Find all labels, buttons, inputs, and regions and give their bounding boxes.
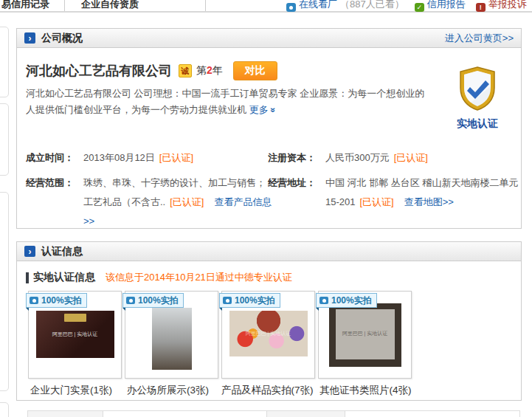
capital-label: 注册资本： xyxy=(268,148,325,168)
address-value: 中国 河北 邯郸 丛台区 稽山新天地南楼二单元 15-201[已认证]查看地图>… xyxy=(325,173,519,212)
report-complaint-icon: ! xyxy=(476,3,486,12)
tab-company-qualification[interactable]: 企业自传资质 xyxy=(81,0,205,11)
left-rail-box xyxy=(0,402,9,417)
onsite-cert-label: 实地认证 xyxy=(446,117,508,131)
company-overview-section: › 公司概况 进入公司黄页>> 河北如心工艺品有限公司 诚 第2年 对比 河北如… xyxy=(16,28,522,229)
certification-section: › 认证信息 实地认证信息 该信息于2014年10月21日通过中德专业认证 10… xyxy=(16,241,522,401)
cert-date-note: 该信息于2014年10月21日通过中德专业认证 xyxy=(106,271,292,284)
camera-icon xyxy=(30,297,38,304)
business-scope-label: 经营范围： xyxy=(26,173,83,231)
tab-credit-record-label: 易信用记录 xyxy=(1,0,49,11)
products-photo: 阿里巴巴 | 实地认证 xyxy=(229,311,308,356)
topbar-links: 在线看厂 （887人已看） ✓ 信用报告 ! 举报投诉 xyxy=(286,0,527,11)
established-row: 成立时间： 2013年08月12日[已认证] xyxy=(26,148,269,168)
member-year: 第2年 xyxy=(196,64,223,77)
tab-separator xyxy=(64,0,65,11)
onsite-cert-subtitle: 实地认证信息 xyxy=(33,271,95,284)
tab-credit-record[interactable]: 易信用记录 xyxy=(1,0,63,11)
certificate-photo: 阿里巴巴 | 实地认证 xyxy=(329,303,401,367)
established-label: 成立时间： xyxy=(26,148,83,168)
next-section-table xyxy=(27,410,520,417)
member-year-number: 2 xyxy=(207,64,213,76)
camera-icon xyxy=(223,297,232,304)
photo-card-certificates[interactable]: 100%实拍 阿里巴巴 | 实地认证 xyxy=(318,291,412,379)
address-label: 经营地址： xyxy=(268,173,325,212)
viewer-count: （887人已看） xyxy=(340,0,404,11)
top-tab-bar: 易信用记录 企业自传资质 在线看厂 （887人已看） ✓ 信用报告 ! 举报投诉 xyxy=(0,0,532,13)
subtitle-bar xyxy=(26,272,29,283)
yellowpages-link[interactable]: 进入公司黄页>> xyxy=(445,32,514,45)
chevron-down-icon: » xyxy=(266,108,282,113)
address-row: 经营地址： 中国 河北 邯郸 丛台区 稽山新天地南楼二单元 15-201[已认证… xyxy=(268,173,520,212)
photo-caption: 企业大门实景(1张) xyxy=(30,384,112,397)
photo-caption: 产品及样品实拍(7张) xyxy=(221,384,314,397)
section-arrow-icon: › xyxy=(24,32,35,44)
table-header-cell xyxy=(28,411,103,417)
established-value: 2013年08月12日[已认证] xyxy=(83,148,193,168)
overview-section-title: 公司概况 xyxy=(41,32,83,45)
camera-icon xyxy=(319,297,328,304)
onsite-cert-subheader: 实地认证信息 该信息于2014年10月21日通过中德专业认证 xyxy=(26,271,292,284)
compare-button[interactable]: 对比 xyxy=(233,61,277,80)
integrity-badge-icon[interactable]: 诚 xyxy=(179,64,192,77)
photo-card-products[interactable]: 100%实拍 阿里巴巴 | 实地认证 xyxy=(221,291,315,379)
left-rail-box xyxy=(0,27,9,97)
photo-caption: 其他证书类照片(4张) xyxy=(319,384,412,397)
onsite-cert-badge: 实地认证 xyxy=(446,66,508,131)
photo-card-gate[interactable]: 100%实拍 阿里巴巴 | 实地认证 xyxy=(28,291,122,379)
office-photo xyxy=(152,308,192,370)
capital-value: 人民币300万元[已认证] xyxy=(325,148,428,168)
certified-tag: [已认证] xyxy=(359,196,393,207)
company-description: 河北如心工艺品有限公司 公司理想：中国一流手工订单贸易专家 企业愿景：为每一个想… xyxy=(26,86,432,118)
credit-report-icon: ✓ xyxy=(415,3,424,12)
left-rail-box xyxy=(0,103,9,176)
certified-tag: [已认证] xyxy=(159,152,193,163)
gate-photo: 阿里巴巴 | 实地认证 xyxy=(36,311,114,358)
real-shot-badge: 100%实拍 xyxy=(26,293,87,308)
photo-watermark: 阿里巴巴 | 实地认证 xyxy=(36,331,114,338)
camera-icon xyxy=(126,297,135,304)
certification-section-title: 认证信息 xyxy=(41,245,83,258)
table-cell xyxy=(345,411,519,417)
business-scope-row: 经营范围： 珠绣、串珠、十字绣的设计、加工与销售；工艺礼品（不含古..[已认证]… xyxy=(26,173,275,231)
company-name-row: 河北如心工艺品有限公司 诚 第2年 对比 xyxy=(26,61,277,80)
photo-card-office[interactable]: 100%实拍 xyxy=(125,291,218,379)
table-cell xyxy=(103,411,267,417)
certified-tag: [已认证] xyxy=(170,196,204,207)
capital-row: 注册资本： 人民币300万元[已认证] xyxy=(268,148,519,168)
tab-company-qualification-label: 企业自传资质 xyxy=(81,0,139,11)
section-arrow-icon: › xyxy=(24,246,35,257)
photo-caption: 办公场所展示(3张) xyxy=(127,384,209,397)
real-shot-badge: 100%实拍 xyxy=(122,293,184,308)
certified-tag: [已认证] xyxy=(394,152,428,163)
real-shot-badge: 100%实拍 xyxy=(219,293,280,308)
certification-section-header: › 认证信息 xyxy=(17,242,521,261)
shield-icon xyxy=(456,66,499,111)
photo-watermark: 阿里巴巴 | 实地认证 xyxy=(329,330,401,337)
online-view-link[interactable]: 在线看厂 xyxy=(299,0,337,11)
credit-report-link[interactable]: 信用报告 xyxy=(427,0,466,11)
company-description-text: 河北如心工艺品有限公司 公司理想：中国一流手工订单贸易专家 企业愿景：为每一个想… xyxy=(26,88,424,115)
overview-section-header: › 公司概况 进入公司黄页>> xyxy=(17,29,521,48)
table-header-cell xyxy=(267,411,345,417)
tab-separator xyxy=(205,0,206,11)
photo-watermark: 阿里巴巴 | 实地认证 xyxy=(229,330,308,337)
company-name: 河北如心工艺品有限公司 xyxy=(26,62,172,80)
online-view-camera-icon xyxy=(286,3,296,12)
report-complaint-link[interactable]: 举报投诉 xyxy=(488,0,527,11)
left-rail-box xyxy=(0,192,9,391)
view-map-link[interactable]: 查看地图>> xyxy=(404,196,454,207)
real-shot-badge: 100%实拍 xyxy=(316,293,377,308)
business-scope-value: 珠绣、串珠、十字绣的设计、加工与销售；工艺礼品（不含古..[已认证]查看产品信息… xyxy=(83,173,274,231)
